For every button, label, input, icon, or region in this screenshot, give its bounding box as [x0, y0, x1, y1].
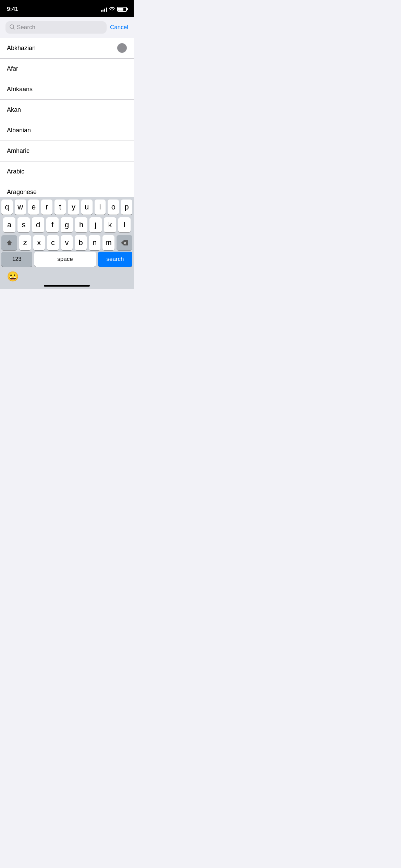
key-v[interactable]: v: [61, 235, 73, 250]
key-y[interactable]: y: [68, 200, 79, 215]
language-name: Arabic: [7, 168, 24, 175]
list-item[interactable]: Albanian: [0, 120, 134, 141]
key-d[interactable]: d: [32, 217, 44, 232]
keyboard-accessory: 😀: [0, 268, 134, 285]
key-u[interactable]: u: [81, 200, 93, 215]
search-key[interactable]: search: [98, 252, 132, 267]
status-time: 9:41: [7, 6, 18, 13]
key-f[interactable]: f: [46, 217, 59, 232]
wifi-icon: [109, 7, 115, 12]
keyboard: qwertyuiop asdfghjkl zxcvbnm: [0, 197, 134, 289]
battery-icon: [117, 7, 127, 12]
key-row-3: zxcvbnm: [1, 235, 132, 250]
search-icon: [10, 24, 15, 31]
key-c[interactable]: c: [47, 235, 59, 250]
home-bar: [44, 285, 90, 287]
status-bar: 9:41: [0, 0, 134, 17]
list-item[interactable]: Amharic: [0, 141, 134, 161]
key-s[interactable]: s: [17, 217, 30, 232]
key-row-1: qwertyuiop: [1, 200, 132, 215]
key-t[interactable]: t: [54, 200, 66, 215]
cancel-button[interactable]: Cancel: [110, 24, 128, 31]
key-g[interactable]: g: [61, 217, 73, 232]
key-b[interactable]: b: [75, 235, 87, 250]
key-k[interactable]: k: [104, 217, 116, 232]
key-z[interactable]: z: [19, 235, 31, 250]
key-w[interactable]: w: [15, 200, 26, 215]
language-name: Aragonese: [7, 189, 37, 196]
status-icons: [101, 7, 127, 12]
numbers-key[interactable]: 123: [1, 252, 32, 267]
list-item[interactable]: Afar: [0, 59, 134, 79]
key-e[interactable]: e: [28, 200, 39, 215]
shift-key[interactable]: [1, 235, 17, 250]
backspace-key[interactable]: [117, 235, 132, 250]
svg-line-1: [13, 28, 15, 29]
list-item[interactable]: Akan: [0, 100, 134, 120]
language-name: Amharic: [7, 147, 29, 155]
keyboard-rows: qwertyuiop asdfghjkl zxcvbnm: [0, 197, 134, 252]
search-input-container: [5, 21, 107, 34]
list-item[interactable]: Arabic: [0, 161, 134, 182]
key-r[interactable]: r: [41, 200, 52, 215]
key-i[interactable]: i: [95, 200, 106, 215]
space-key[interactable]: space: [34, 252, 96, 267]
key-row-2: asdfghjkl: [1, 217, 132, 232]
language-name: Akan: [7, 106, 21, 113]
key-l[interactable]: l: [118, 217, 131, 232]
search-bar-area: Cancel: [0, 17, 134, 38]
language-name: Abkhazian: [7, 45, 36, 52]
search-input[interactable]: [17, 24, 102, 31]
language-name: Afrikaans: [7, 86, 33, 93]
key-n[interactable]: n: [89, 235, 101, 250]
language-name: Afar: [7, 65, 18, 72]
key-q[interactable]: q: [1, 200, 13, 215]
key-o[interactable]: o: [108, 200, 119, 215]
home-indicator: [0, 285, 134, 289]
selected-indicator: [117, 43, 127, 53]
list-item[interactable]: Abkhazian: [0, 38, 134, 59]
key-j[interactable]: j: [89, 217, 102, 232]
key-x[interactable]: x: [33, 235, 45, 250]
list-item[interactable]: Afrikaans: [0, 79, 134, 100]
emoji-key[interactable]: 😀: [7, 271, 19, 282]
key-a[interactable]: a: [3, 217, 15, 232]
keyboard-bottom-row: 123 space search: [0, 252, 134, 268]
language-name: Albanian: [7, 127, 31, 134]
key-h[interactable]: h: [75, 217, 87, 232]
signal-bars-icon: [101, 7, 107, 12]
key-p[interactable]: p: [121, 200, 132, 215]
key-m[interactable]: m: [102, 235, 114, 250]
app-container: 9:41: [0, 0, 134, 289]
